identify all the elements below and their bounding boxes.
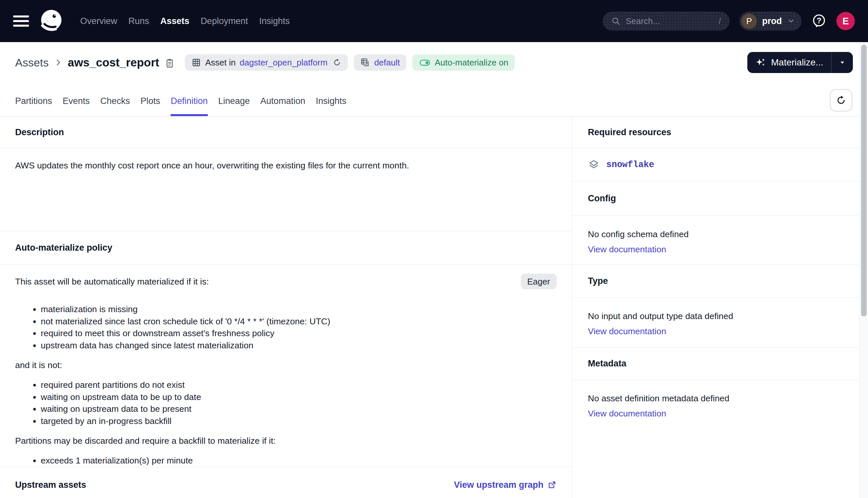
type-body: No input and output type data defined Vi… — [572, 298, 868, 348]
asset-group-icon — [360, 57, 370, 67]
svg-text:?: ? — [817, 16, 822, 25]
breadcrumb-chevron-icon — [54, 58, 63, 67]
top-nav: Overview Runs Assets Deployment Insights… — [0, 0, 868, 42]
sparkle-icon — [755, 57, 766, 68]
search-shortcut-hint: / — [719, 16, 721, 26]
description-heading: Description — [0, 116, 572, 148]
search-placeholder: Search... — [626, 16, 719, 26]
materialize-label: Materialize... — [771, 57, 823, 68]
upstream-assets-section: Upstream assets View upstream graph — [0, 467, 572, 498]
deployment-name: prod — [762, 16, 782, 26]
page-title: aws_cost_report — [68, 56, 159, 69]
resource-link-snowflake[interactable]: snowflake — [606, 160, 654, 170]
upstream-assets-heading: Upstream assets — [15, 480, 86, 490]
policy-intro: This asset will be automatically materia… — [15, 276, 209, 288]
required-resources-heading: Required resources — [572, 116, 868, 148]
policy-if-item: not materialized since last cron schedul… — [41, 315, 557, 328]
help-icon: ? — [812, 13, 827, 29]
definition-sidebar: Required resources snowflake Config No c… — [572, 116, 868, 498]
reload-location-icon[interactable] — [333, 58, 341, 67]
copy-icon[interactable] — [164, 58, 175, 68]
materialize-split-button: Materialize... — [747, 52, 853, 73]
tab-lineage[interactable]: Lineage — [218, 96, 250, 116]
nav-item-deployment[interactable]: Deployment — [201, 16, 248, 26]
tab-plots[interactable]: Plots — [141, 96, 160, 116]
config-empty-text: No config schema defined — [588, 227, 852, 241]
automaterialize-badge[interactable]: Auto-materialize on — [412, 54, 515, 71]
resource-row: snowflake — [572, 148, 868, 181]
automaterialize-policy-body: This asset will be automatically materia… — [0, 264, 572, 467]
policy-not-item: waiting on upstream data to be present — [41, 403, 557, 415]
dagster-logo[interactable] — [38, 8, 65, 34]
type-empty-text: No input and output type data defined — [588, 309, 852, 323]
group-badge: default — [354, 54, 406, 71]
policy-not-item: targeted by an in-progress backfill — [41, 415, 557, 427]
policy-not-item: required parent partitions do not exist — [41, 379, 557, 391]
search-icon — [611, 16, 620, 26]
tab-automation[interactable]: Automation — [261, 96, 305, 116]
deployment-avatar: P — [742, 13, 757, 29]
group-link[interactable]: default — [374, 57, 400, 68]
metadata-empty-text: No asset definition metadata defined — [588, 391, 852, 406]
policy-not-item: waiting on upstream data to be up to dat… — [41, 391, 557, 403]
automaterialize-policy-heading: Auto-materialize policy — [0, 231, 572, 264]
chevron-down-icon — [787, 17, 795, 25]
policy-not-list: required parent partitions do not exist … — [15, 379, 557, 427]
menu-icon[interactable] — [13, 15, 29, 27]
external-link-icon — [547, 480, 557, 489]
metadata-heading: Metadata — [572, 348, 868, 380]
metadata-body: No asset definition metadata defined Vie… — [572, 380, 868, 432]
nav-item-overview[interactable]: Overview — [80, 16, 117, 26]
user-avatar[interactable]: E — [837, 12, 855, 30]
policy-if-item: materialization is missing — [41, 303, 557, 315]
asset-in-label: Asset in — [205, 57, 236, 68]
asset-tabs: Partitions Events Checks Plots Definitio… — [0, 73, 868, 116]
view-upstream-graph-link[interactable]: View upstream graph — [454, 480, 557, 490]
tab-partitions[interactable]: Partitions — [15, 96, 52, 116]
type-docs-link[interactable]: View documentation — [588, 324, 666, 339]
caret-down-icon — [839, 59, 846, 66]
policy-if-list: materialization is missing not materiali… — [15, 303, 557, 351]
config-body: No config schema defined View documentat… — [572, 216, 868, 264]
help-button[interactable]: ? — [812, 13, 827, 29]
search-input[interactable]: Search... / — [603, 12, 730, 30]
eager-badge: Eager — [521, 274, 557, 289]
nav-item-assets[interactable]: Assets — [160, 16, 190, 26]
definition-main: Description AWS updates the monthly cost… — [0, 116, 572, 498]
policy-if-item: required to meet this or downstream asse… — [41, 327, 557, 339]
policy-discard-intro: Partitions may be discarded and require … — [15, 435, 557, 447]
asset-header: Assets aws_cost_report Asset in d — [0, 52, 868, 73]
config-heading: Config — [572, 181, 868, 216]
nav-item-insights[interactable]: Insights — [259, 16, 290, 26]
tab-definition[interactable]: Definition — [171, 96, 208, 116]
metadata-docs-link[interactable]: View documentation — [588, 406, 666, 421]
tab-events[interactable]: Events — [63, 96, 90, 116]
policy-discard-list: exceeds 1 materialization(s) per minute — [15, 455, 557, 467]
deployment-switcher[interactable]: P prod — [739, 12, 802, 30]
refresh-button[interactable] — [830, 89, 852, 112]
table-icon — [191, 57, 201, 67]
breadcrumb-assets[interactable]: Assets — [15, 56, 49, 69]
asset-location-badge: Asset in dagster_open_platform — [185, 54, 348, 71]
policy-if-item: upstream data has changed since latest m… — [41, 339, 557, 352]
layers-icon — [588, 159, 600, 171]
type-heading: Type — [572, 264, 868, 298]
refresh-icon — [836, 95, 846, 106]
policy-not-intro: and it is not: — [15, 359, 557, 371]
description-text: AWS updates the monthly cost report once… — [0, 148, 572, 231]
materialize-button[interactable]: Materialize... — [747, 52, 831, 73]
automaterialize-label: Auto-materialize on — [435, 57, 508, 68]
scrollbar-thumb[interactable] — [861, 45, 867, 316]
dagster-logo-icon — [38, 8, 65, 34]
config-docs-link[interactable]: View documentation — [588, 242, 666, 257]
policy-discard-item: exceeds 1 materialization(s) per minute — [41, 455, 557, 467]
code-location-link[interactable]: dagster_open_platform — [240, 57, 328, 68]
tab-checks[interactable]: Checks — [100, 96, 130, 116]
scrollbar-track[interactable] — [859, 42, 868, 498]
tab-insights[interactable]: Insights — [316, 96, 346, 116]
primary-nav: Overview Runs Assets Deployment Insights — [80, 16, 290, 26]
nav-item-runs[interactable]: Runs — [129, 16, 149, 26]
materialize-dropdown-button[interactable] — [831, 52, 853, 73]
toggle-on-icon — [419, 57, 431, 67]
